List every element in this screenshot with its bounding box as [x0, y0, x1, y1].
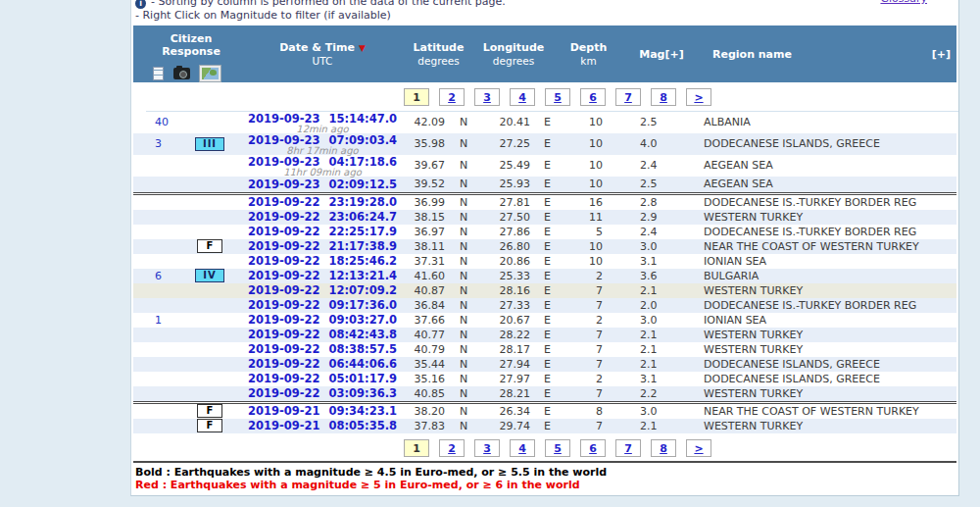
- page-button[interactable]: 6: [580, 439, 606, 457]
- event-datetime: 2019-09-2221:17:38.9: [248, 239, 397, 253]
- longitude-value: 25.93: [476, 177, 530, 190]
- intensity-badge[interactable]: III: [195, 137, 224, 151]
- event-date-link[interactable]: 2019-09-2222:25:17.9: [244, 225, 401, 238]
- earthquake-row: 2019-09-2304:17:18.611hr 09min ago39.67N…: [133, 155, 956, 177]
- event-date-link[interactable]: 2019-09-2223:06:24.7: [244, 210, 401, 224]
- next-page-button[interactable]: >: [686, 439, 711, 457]
- event-date-link[interactable]: 2019-09-2108:05:35.8: [244, 419, 401, 432]
- event-date-link[interactable]: 2019-09-2221:17:38.9: [244, 239, 401, 253]
- header-date-time[interactable]: Date & Time▼ UTC: [244, 25, 401, 82]
- earthquake-row: 2019-09-2208:42:43.840.77N28.22E72.1WEST…: [133, 328, 956, 342]
- sort-desc-icon[interactable]: ▼: [359, 43, 366, 53]
- comments-count-link[interactable]: 6: [155, 270, 180, 282]
- header-magnitude[interactable]: Mag[+]: [626, 25, 697, 82]
- event-date-link[interactable]: 2019-09-2304:17:18.611hr 09min ago: [244, 155, 401, 177]
- event-datetime: 2019-09-2206:44:06.6: [248, 357, 397, 371]
- latitude-cell: 40.77N: [401, 329, 476, 341]
- depth-cell: 10: [551, 116, 626, 128]
- latitude-value: 38.20: [401, 405, 445, 418]
- felt-badge[interactable]: F: [197, 404, 223, 418]
- depth-cell: 16: [551, 196, 626, 209]
- page-button-current[interactable]: 1: [404, 439, 429, 457]
- magnitude-cell: 2.8: [626, 196, 697, 209]
- felt-badge[interactable]: F: [197, 419, 223, 432]
- earthquake-table: Citizen Response Date & Time▼ UTC Latitu…: [133, 25, 956, 463]
- earthquake-row: 2019-09-2209:17:36.036.84N27.33E72.0DODE…: [133, 298, 956, 313]
- comments-count-link[interactable]: 40: [155, 116, 180, 128]
- page-button[interactable]: 8: [651, 88, 676, 106]
- earthquake-row: 2019-09-2206:44:06.635.44N27.94E72.1DODE…: [133, 357, 956, 372]
- region-name-cell: BULGARIA: [697, 270, 929, 282]
- event-date-link[interactable]: 2019-09-2209:03:27.0: [244, 313, 401, 327]
- region-name-cell: WESTERN TURKEY: [697, 329, 929, 341]
- next-page-button[interactable]: >: [686, 88, 711, 106]
- longitude-cell: 25.49E: [476, 159, 551, 172]
- magnitude-cell: 2.5: [626, 177, 697, 190]
- longitude-direction: E: [544, 420, 551, 432]
- comments-count-link[interactable]: 3: [155, 137, 180, 150]
- latitude-direction: N: [460, 137, 467, 150]
- depth-cell: 11: [551, 211, 626, 224]
- header-longitude[interactable]: Longitude degrees: [476, 25, 551, 82]
- page-button[interactable]: 5: [545, 88, 570, 106]
- event-date-link[interactable]: 2019-09-2203:09:36.3: [244, 386, 401, 400]
- event-date: 2019-09-22: [248, 283, 320, 297]
- event-date-link[interactable]: 2019-09-2205:01:17.9: [244, 372, 401, 385]
- event-datetime: 2019-09-2212:07:09.2: [248, 283, 397, 297]
- latitude-direction: N: [460, 240, 467, 253]
- header-region-name[interactable]: Region name: [697, 25, 929, 82]
- longitude-cell: 25.33E: [476, 270, 551, 282]
- event-time: 21:17:38.9: [328, 239, 397, 253]
- header-depth[interactable]: Depth km: [551, 25, 626, 82]
- longitude-cell: 20.41E: [476, 116, 551, 128]
- earthquake-row: F2019-09-2221:17:38.938.11N26.80E103.0NE…: [133, 239, 956, 254]
- event-date-link[interactable]: 2019-09-2209:17:36.0: [244, 298, 401, 312]
- depth-cell: 7: [551, 329, 626, 341]
- event-date-link[interactable]: 2019-09-2206:44:06.6: [244, 357, 401, 371]
- latitude-cell: 37.66N: [401, 314, 476, 327]
- earthquake-row: 2019-09-2218:25:46.237.31N20.86E103.1ION…: [133, 254, 956, 269]
- event-date-link[interactable]: 2019-09-2223:19:28.0: [244, 195, 401, 209]
- longitude-value: 27.81: [476, 196, 530, 209]
- page-button[interactable]: 4: [510, 88, 535, 106]
- page-button[interactable]: 7: [615, 88, 641, 106]
- header-citizen-response[interactable]: Citizen Response: [133, 25, 244, 82]
- comments-count-link[interactable]: 1: [155, 314, 180, 327]
- event-date-link[interactable]: 2019-09-2109:34:23.1: [244, 404, 401, 418]
- header-latitude[interactable]: Latitude degrees: [401, 25, 476, 82]
- header-expand-columns[interactable]: [+]: [929, 25, 956, 82]
- earthquake-row: 2019-09-2223:19:28.036.99N27.81E162.8DOD…: [133, 195, 956, 210]
- felt-badge[interactable]: F: [197, 239, 223, 253]
- event-date-link[interactable]: 2019-09-2218:25:46.2: [244, 254, 401, 268]
- event-date-link[interactable]: 2019-09-2212:07:09.2: [244, 283, 401, 297]
- event-datetime: 2019-09-2223:19:28.0: [248, 195, 397, 209]
- region-name-cell: DODECANESE ISLANDS, GREECE: [697, 373, 929, 385]
- magnitude-cell: 3.1: [626, 373, 697, 385]
- map-icon[interactable]: [200, 66, 220, 81]
- event-date-link[interactable]: 2019-09-2212:13:21.4: [244, 269, 401, 282]
- page-button[interactable]: 3: [474, 439, 500, 457]
- camera-icon[interactable]: [173, 68, 190, 79]
- glossary-link[interactable]: Glossary: [880, 0, 927, 6]
- event-date-link[interactable]: 2019-09-2315:14:47.012min ago: [244, 112, 401, 133]
- page-button[interactable]: 5: [545, 439, 570, 457]
- page-button[interactable]: 2: [439, 88, 465, 106]
- event-date-link[interactable]: 2019-09-2307:09:03.48hr 17min ago: [244, 133, 401, 155]
- page-button[interactable]: 6: [580, 88, 606, 106]
- page-button[interactable]: 8: [651, 439, 676, 457]
- intensity-badge[interactable]: IV: [195, 269, 223, 282]
- comments-icon[interactable]: [153, 67, 164, 80]
- event-date-link[interactable]: 2019-09-2208:38:57.5: [244, 342, 401, 356]
- event-date-link[interactable]: 2019-09-2302:09:12.5: [244, 177, 401, 191]
- page-button[interactable]: 3: [474, 88, 500, 106]
- header-plus-label: [+]: [932, 48, 951, 61]
- page-button[interactable]: 7: [615, 439, 641, 457]
- longitude-direction: E: [544, 314, 551, 327]
- page-button[interactable]: 2: [439, 439, 465, 457]
- magnitude-cell: 2.0: [626, 299, 697, 312]
- longitude-cell: 27.81E: [476, 196, 551, 209]
- event-date-link[interactable]: 2019-09-2208:42:43.8: [244, 328, 401, 341]
- page-button-current[interactable]: 1: [404, 88, 429, 106]
- latitude-direction: N: [460, 420, 467, 432]
- page-button[interactable]: 4: [510, 439, 535, 457]
